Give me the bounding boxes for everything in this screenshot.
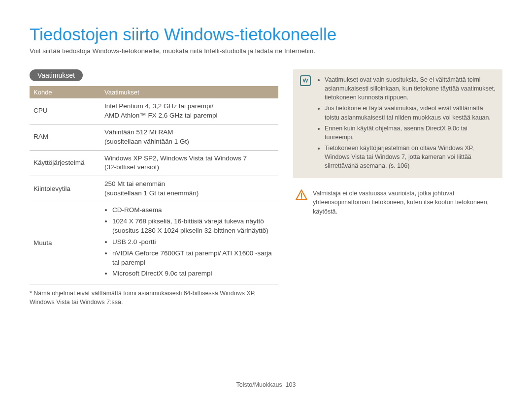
info-note-item: Tietokoneen käyttöjärjestelmän on oltava… xyxy=(325,144,496,170)
table-row: Käyttöjärjestelmä Windows XP SP2, Window… xyxy=(30,150,278,176)
cell-ram-val: Vähintään 512 Mt RAM (suositellaan vähin… xyxy=(100,124,278,150)
requirements-heading: Vaatimukset xyxy=(30,69,83,81)
table-footnote: * Nämä ohjelmat eivät välttämättä toimi … xyxy=(30,289,278,307)
cell-hdd-val: 250 Mt tai enemmän (suositellaan 1 Gt ta… xyxy=(100,176,278,202)
list-item: nVIDIA Geforce 7600GT tai parempi/ ATI X… xyxy=(112,249,274,268)
cell-hdd-key: Kiintolevytila xyxy=(30,176,100,202)
table-row: RAM Vähintään 512 Mt RAM (suositellaan v… xyxy=(30,124,278,150)
footer-page: 103 xyxy=(286,381,296,388)
info-note-item: Jos tietokone ei täytä vaatimuksia, vide… xyxy=(325,104,496,122)
svg-point-1 xyxy=(301,197,302,199)
requirements-table: Kohde Vaatimukset CPU Intel Pentium 4, 3… xyxy=(30,86,278,284)
cell-os-key: Käyttöjärjestelmä xyxy=(30,150,100,176)
cell-cpu-val: Intel Pentium 4, 3,2 GHz tai parempi/ AM… xyxy=(100,98,278,124)
cell-ram-key: RAM xyxy=(30,124,100,150)
list-item: CD-ROM-asema xyxy=(112,206,274,215)
note-icon xyxy=(300,75,311,86)
table-header-kohde: Kohde xyxy=(30,86,100,98)
cell-os-val: Windows XP SP2, Windows Vista tai Window… xyxy=(100,150,278,176)
info-note-item: Vaatimukset ovat vain suosituksia. Se ei… xyxy=(325,75,496,102)
list-item: USB 2.0 -portti xyxy=(112,238,274,247)
list-item: Microsoft DirectX 9.0c tai parempi xyxy=(112,269,274,278)
cell-cpu-key: CPU xyxy=(30,98,100,124)
cell-other-key: Muuta xyxy=(30,202,100,284)
list-item: 1024 X 768 pikseliä, 16-bittisiä värejä … xyxy=(112,217,274,236)
info-note-item: Ennen kuin käytät ohjelmaa, asenna Direc… xyxy=(325,124,496,142)
info-note-box: Vaatimukset ovat vain suosituksia. Se ei… xyxy=(293,69,502,178)
page-footer: Toisto/Muokkaus 103 xyxy=(0,381,532,388)
table-row: Muuta CD-ROM-asema 1024 X 768 pikseliä, … xyxy=(30,202,278,284)
cell-other-val: CD-ROM-asema 1024 X 768 pikseliä, 16-bit… xyxy=(100,202,278,284)
table-row: CPU Intel Pentium 4, 3,2 GHz tai parempi… xyxy=(30,98,278,124)
footer-section: Toisto/Muokkaus xyxy=(236,381,282,388)
table-header-vaatimukset: Vaatimukset xyxy=(100,86,278,98)
page-title: Tiedostojen siirto Windows-tietokoneelle xyxy=(30,25,502,44)
page-subtitle: Voit siirtää tiedostoja Windows-tietokon… xyxy=(30,47,502,55)
warning-box: Valmistaja ei ole vastuussa vaurioista, … xyxy=(293,189,502,216)
warning-text: Valmistaja ei ole vastuussa vaurioista, … xyxy=(313,189,500,216)
table-row: Kiintolevytila 250 Mt tai enemmän (suosi… xyxy=(30,176,278,202)
warning-icon xyxy=(295,189,308,202)
